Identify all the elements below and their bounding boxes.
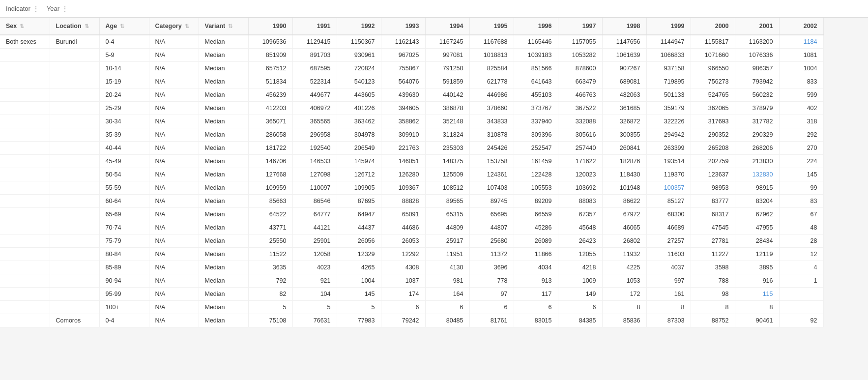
cell-sex xyxy=(0,168,50,181)
col-header-1995[interactable]: 1995 xyxy=(469,18,514,35)
topbar-item-indicator[interactable]: Indicator⋮ xyxy=(6,5,39,13)
cell-location xyxy=(50,102,99,115)
year-col-label: 1995 xyxy=(494,23,508,29)
cell-value: 6 xyxy=(514,301,558,314)
cell-value: 689081 xyxy=(602,75,646,88)
sort-icon-age[interactable]: ⇅ xyxy=(120,23,124,29)
cell-value: 4225 xyxy=(602,261,646,274)
cell-value: 213830 xyxy=(735,155,779,168)
cell-value: 292 xyxy=(779,128,823,142)
col-header-1994[interactable]: 1994 xyxy=(425,18,469,35)
cell-value: 311824 xyxy=(425,128,469,142)
sort-icon-variant[interactable]: ⇅ xyxy=(228,23,232,29)
sort-icon-location[interactable]: ⇅ xyxy=(85,23,89,29)
dots-icon[interactable]: ⋮ xyxy=(61,5,68,13)
col-header-2002[interactable]: 2002 xyxy=(779,18,823,35)
sort-icon-category[interactable]: ⇅ xyxy=(185,23,189,29)
col-header-sex[interactable]: Sex⇅ xyxy=(0,18,50,35)
cell-value: 8 xyxy=(691,301,735,314)
cell-value: 270 xyxy=(779,142,823,155)
col-header-category[interactable]: Category⇅ xyxy=(149,18,199,35)
col-header-1990[interactable]: 1990 xyxy=(248,18,292,35)
cell-value: 788 xyxy=(691,274,735,288)
cell-value: 44437 xyxy=(337,221,381,234)
cell-category: N/A xyxy=(149,208,199,221)
cell-value: 591859 xyxy=(425,75,469,88)
cell-value: 46689 xyxy=(646,221,691,234)
cell-value: 88083 xyxy=(558,195,602,208)
cell-value: 318 xyxy=(779,115,823,128)
col-header-1996[interactable]: 1996 xyxy=(514,18,558,35)
cell-variant: Median xyxy=(199,128,248,142)
cell-value: 268206 xyxy=(735,142,779,155)
cell-value: 65091 xyxy=(381,208,425,221)
col-header-1998[interactable]: 1998 xyxy=(602,18,646,35)
col-header-1997[interactable]: 1997 xyxy=(558,18,602,35)
cell-value: 98915 xyxy=(735,181,779,195)
cell-category: N/A xyxy=(149,115,199,128)
col-header-1993[interactable]: 1993 xyxy=(381,18,425,35)
cell-location xyxy=(50,88,99,102)
cell-variant: Median xyxy=(199,195,248,208)
col-header-2000[interactable]: 2000 xyxy=(691,18,735,35)
cell-age: 100+ xyxy=(99,301,149,314)
cell-value: 65315 xyxy=(425,208,469,221)
col-header-location[interactable]: Location⇅ xyxy=(50,18,99,35)
cell-value: 4218 xyxy=(558,261,602,274)
cell-category: N/A xyxy=(149,155,199,168)
main-table-container[interactable]: Sex⇅Location⇅Age⇅Category⇅Variant⇅199019… xyxy=(0,18,868,380)
cell-category: N/A xyxy=(149,195,199,208)
col-header-age[interactable]: Age⇅ xyxy=(99,18,149,35)
cell-sex xyxy=(0,288,50,301)
col-label-location: Location xyxy=(56,23,82,29)
cell-value: 115 xyxy=(735,288,779,301)
cell-age: 60-64 xyxy=(99,195,149,208)
cell-category: N/A xyxy=(149,288,199,301)
cell-value: 1 xyxy=(779,274,823,288)
cell-location: Burundi xyxy=(50,35,99,49)
cell-value: 85663 xyxy=(248,195,292,208)
cell-category: N/A xyxy=(149,35,199,49)
cell-value: 98953 xyxy=(691,181,735,195)
cell-value: 560232 xyxy=(735,88,779,102)
cell-value: 257440 xyxy=(558,142,602,155)
cell-value: 109905 xyxy=(337,181,381,195)
cell-value: 1144947 xyxy=(646,35,691,49)
cell-value: 1162143 xyxy=(381,35,425,49)
cell-value: 85127 xyxy=(646,195,691,208)
cell-age: 75-79 xyxy=(99,234,149,248)
col-header-1999[interactable]: 1999 xyxy=(646,18,691,35)
cell-location xyxy=(50,155,99,168)
cell-variant: Median xyxy=(199,301,248,314)
cell-value: 45648 xyxy=(558,221,602,234)
cell-category: N/A xyxy=(149,221,199,234)
cell-value: 92 xyxy=(779,314,823,327)
cell-value: 89209 xyxy=(514,195,558,208)
cell-value: 26056 xyxy=(337,234,381,248)
cell-value: 756273 xyxy=(691,75,735,88)
cell-value: 5 xyxy=(292,301,337,314)
cell-value: 87695 xyxy=(337,195,381,208)
cell-value: 3598 xyxy=(691,261,735,274)
cell-value: 1076336 xyxy=(735,49,779,62)
col-header-1992[interactable]: 1992 xyxy=(337,18,381,35)
cell-value: 663479 xyxy=(558,75,602,88)
cell-variant: Median xyxy=(199,49,248,62)
cell-location xyxy=(50,248,99,261)
col-header-1991[interactable]: 1991 xyxy=(292,18,337,35)
cell-value: 25550 xyxy=(248,234,292,248)
sort-icon-sex[interactable]: ⇅ xyxy=(20,23,24,29)
cell-value: 172 xyxy=(602,288,646,301)
cell-value: 1004 xyxy=(779,62,823,75)
cell-location xyxy=(50,142,99,155)
cell-value: 921 xyxy=(292,274,337,288)
cell-value: 161 xyxy=(646,288,691,301)
cell-value: 64522 xyxy=(248,208,292,221)
col-header-2001[interactable]: 2001 xyxy=(735,18,779,35)
cell-value: 68317 xyxy=(691,208,735,221)
cell-location xyxy=(50,195,99,208)
dots-icon[interactable]: ⋮ xyxy=(32,5,39,13)
col-header-variant[interactable]: Variant⇅ xyxy=(199,18,248,35)
topbar-item-year[interactable]: Year⋮ xyxy=(47,5,68,13)
cell-category: N/A xyxy=(149,75,199,88)
